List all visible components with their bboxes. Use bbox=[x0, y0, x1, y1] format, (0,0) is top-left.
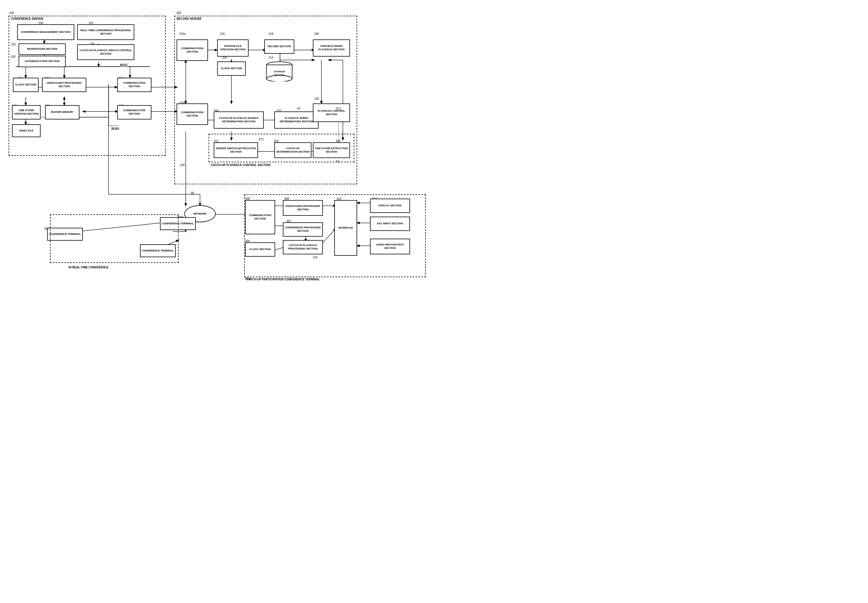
video-audio-308-box: VIDEO/AUDIO PROCESSING SECTION bbox=[283, 200, 323, 216]
conf-processing-box: CONFERENCE PROCESSING SECTION bbox=[283, 222, 323, 237]
ref-216: 216 bbox=[220, 32, 225, 36]
ref-206: 206 bbox=[314, 32, 319, 36]
playback-speed-box: PLAYBACK SPEED DETERMINATION SECTION bbox=[274, 111, 318, 128]
comm-215b-box: COMMUNICATION SECTION bbox=[176, 104, 208, 125]
catchup-ctrl-boundary bbox=[209, 134, 354, 162]
comm-306-box: COMMUNICATION SECTION bbox=[245, 200, 275, 234]
ref-300a: 300a bbox=[244, 277, 251, 280]
comm-215a-label: COMMUNICATION SECTION bbox=[178, 47, 206, 53]
key-input-box: KEY INPUT SECTION bbox=[370, 216, 410, 231]
variable-speed-label: VARIABLE-SPEED PLAYBACK SECTION bbox=[315, 45, 348, 51]
in-realtime-label: IN REAL-TIME CONFERENCE bbox=[69, 266, 108, 269]
clock-202-label: CLOCK SECTION bbox=[221, 67, 242, 70]
time-stamp-add-box: TIME STAMP ADDITION SECTION bbox=[12, 105, 40, 119]
catchup-switch-box: CATCH-UP PLAYBACK SWITCH CONTROL SECTION bbox=[77, 44, 134, 60]
comm-215a-box: COMMUNICATION SECTION bbox=[176, 39, 208, 61]
display-label: DISPLAY SECTION bbox=[378, 204, 402, 207]
div-file-label: DIVISION FILE CREATION SECTION bbox=[219, 45, 247, 51]
clock-304-label: CLOCK SECTION bbox=[249, 248, 271, 251]
ref-103: 103 bbox=[11, 43, 16, 46]
interface-box: INTERFACE bbox=[334, 200, 357, 256]
catchup-enable-label: CATCH-UP PLAYBACK ENABLE DETERMINATION S… bbox=[215, 117, 262, 123]
playback-ctrl-box: PLAYBACK CONTROL SECTION bbox=[313, 104, 350, 122]
authentication-label: AUTHENTICATION SECTION bbox=[25, 60, 60, 63]
time-stamp-add-label: TIME STAMP ADDITION SECTION bbox=[14, 109, 39, 116]
clock-conf-label: CLOCK SECTION bbox=[15, 83, 37, 87]
bus1-label: BUS1 bbox=[120, 63, 128, 66]
record-server-label: RECORD SERVER bbox=[176, 17, 201, 20]
comm-116b-box: COMMUNICATION SECTION bbox=[117, 105, 151, 119]
catchup-terminal-label: CATCH-UP PARTICIPATION CONFERENCE TERMIN… bbox=[247, 278, 320, 281]
comm-116b-label: COMMUNICATION SECTION bbox=[119, 109, 150, 116]
catchup-playback-proc-label: CATCH-UP PLAYBACK PROCESSING SECTION bbox=[284, 244, 321, 250]
reservation-box: RESERVATION SECTION bbox=[19, 43, 66, 55]
buffer-memory-box: BUFFER MEMORY bbox=[45, 105, 79, 119]
svg-point-64 bbox=[267, 76, 292, 82]
interface-label: INTERFACE bbox=[338, 226, 353, 230]
record-section-box: RECORD SECTION bbox=[264, 39, 294, 54]
network-label: NETWORK bbox=[193, 212, 207, 215]
realtime-conference-box: REAL-TIME CONFERENCE PROCESSING SECTION bbox=[77, 24, 134, 40]
ref-214: 214 bbox=[269, 56, 273, 59]
comm-215b-label: COMMUNICATION SECTION bbox=[178, 111, 206, 118]
storage-box: STORAGE SECTION bbox=[266, 62, 293, 82]
record-section-label: RECORD SECTION bbox=[268, 45, 291, 48]
realtime-boundary bbox=[50, 214, 179, 263]
svg-text:SECTION: SECTION bbox=[274, 74, 284, 76]
reservation-label: RESERVATION SECTION bbox=[27, 48, 57, 51]
div-file-box: DIVISION FILE CREATION SECTION bbox=[217, 39, 249, 57]
conference-mgmt-box: CONFERENCE MANAGEMENT SECTION bbox=[17, 24, 74, 40]
ref-100: 100 bbox=[9, 11, 14, 15]
ref-218: 218 bbox=[269, 32, 273, 36]
playback-ctrl-label: PLAYBACK CONTROL SECTION bbox=[315, 110, 348, 116]
ref-220: 220 bbox=[314, 97, 319, 100]
conference-mgmt-label: CONFERENCE MANAGEMENT SECTION bbox=[21, 31, 71, 34]
clock-304-box: CLOCK SECTION bbox=[245, 242, 275, 257]
index-file-label: INDEX FILE bbox=[19, 129, 34, 133]
comm-306-label: COMMUNICATION SECTION bbox=[247, 214, 273, 220]
video-audio-box: VIDEO/AUDIO PROCESSING SECTION bbox=[42, 78, 86, 92]
clock-conf-box: CLOCK SECTION bbox=[13, 78, 39, 92]
conf-processing-label: CONFERENCE PROCESSING SECTION bbox=[284, 226, 321, 233]
ref-215a: 215a bbox=[179, 32, 185, 36]
video-audio-label: VIDEO/AUDIO PROCESSING SECTION bbox=[44, 82, 85, 88]
bus2-label: BUS2 bbox=[111, 127, 119, 130]
video-audio-308-label: VIDEO/AUDIO PROCESSING SECTION bbox=[284, 205, 321, 211]
rt-label: RT bbox=[297, 107, 301, 110]
clock-202-box: CLOCK SECTION bbox=[217, 62, 246, 76]
authentication-box: AUTHENTICATION SECTION bbox=[19, 56, 66, 67]
rt2-label: RT2 bbox=[336, 107, 341, 110]
catchup-switch-label: CATCH-UP PLAYBACK SWITCH CONTROL SECTION bbox=[79, 49, 133, 56]
svg-text:STORAGE: STORAGE bbox=[274, 70, 285, 73]
ref-230: 230 bbox=[180, 164, 185, 167]
audio-io-box: AUDIO INPUT/OUTPUT SECTION bbox=[370, 239, 410, 254]
comm-116a-box: COMMUNICATION SECTION bbox=[117, 78, 151, 92]
ref-105: 105 bbox=[11, 55, 16, 58]
realtime-conference-label: REAL-TIME CONFERENCE PROCESSING SECTION bbox=[79, 29, 133, 36]
index-file-box: INDEX FILE bbox=[12, 124, 40, 137]
buffer-memory-label: BUFFER MEMORY bbox=[51, 111, 73, 114]
diagram: CONFERENCE SERVER 100 104 CONFERENCE MAN… bbox=[0, 0, 434, 302]
ref-90: 90 bbox=[191, 192, 194, 195]
ref-310: 310 bbox=[313, 256, 318, 259]
key-input-label: KEY INPUT SECTION bbox=[377, 222, 403, 226]
display-box: DISPLAY SECTION bbox=[370, 199, 410, 213]
variable-speed-box: VARIABLE-SPEED PLAYBACK SECTION bbox=[313, 39, 350, 57]
comm-116a-label: COMMUNICATION SECTION bbox=[119, 82, 150, 88]
audio-io-label: AUDIO INPUT/OUTPUT SECTION bbox=[372, 243, 408, 250]
playback-speed-label: PLAYBACK SPEED DETERMINATION SECTION bbox=[276, 117, 317, 123]
ref-200: 200 bbox=[176, 11, 181, 15]
conference-server-label: CONFERENCE SERVER bbox=[11, 17, 43, 20]
catchup-ctrl-label: CATCH-UP PLAYBACK CONTROL SECTION bbox=[211, 164, 270, 167]
catchup-playback-proc-box: CATCH-UP PLAYBACK PROCESSING SECTION bbox=[283, 240, 323, 254]
catchup-enable-box: CATCH-UP PLAYBACK ENABLE DETERMINATION S… bbox=[214, 111, 264, 128]
